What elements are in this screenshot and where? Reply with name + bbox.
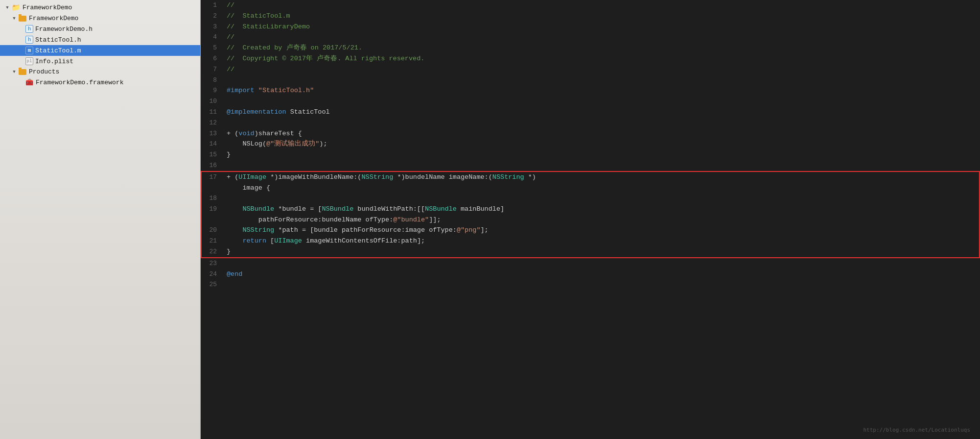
line-number: 11	[201, 107, 222, 118]
arrow-icon: ▼	[4, 4, 11, 11]
line-number: 7	[201, 64, 222, 75]
table-row: 12	[201, 118, 980, 128]
table-row: 3 // StaticLibraryDemo	[201, 22, 980, 32]
sidebar-item-statictool-m[interactable]: ▶ m StaticTool.m	[0, 45, 200, 56]
line-code: image {	[222, 183, 980, 194]
line-code: NSString *path = [bundle pathForResource…	[222, 225, 980, 236]
line-number: 22	[201, 246, 222, 258]
line-code: NSBundle *bundle = [NSBundle bundleWithP…	[222, 204, 980, 215]
table-row: 25	[201, 279, 980, 290]
table-row: 11 @implementation StaticTool	[201, 107, 980, 118]
line-number: 2	[201, 11, 222, 22]
line-number: 4	[201, 32, 222, 43]
sidebar-item-products-folder[interactable]: ▼ Products	[0, 67, 200, 77]
h-file-icon: h	[25, 25, 33, 33]
code-content: 1 // 2 // StaticTool.m 3 // StaticLibrar…	[201, 0, 980, 439]
folder-icon	[19, 16, 26, 22]
arrow-icon: ▼	[11, 15, 18, 22]
table-row: 1 //	[201, 0, 980, 11]
table-row-highlighted: 18	[201, 193, 980, 204]
table-row: 16	[201, 160, 980, 171]
table-row: 8	[201, 75, 980, 86]
line-code: NSLog(@"测试输出成功");	[222, 139, 980, 149]
line-number: 9	[201, 85, 222, 96]
line-code: //	[222, 64, 980, 75]
line-number: 16	[201, 160, 222, 171]
line-number: 24	[201, 269, 222, 280]
code-table: 1 // 2 // StaticTool.m 3 // StaticLibrar…	[201, 0, 980, 290]
table-row: 23	[201, 258, 980, 269]
line-code: }	[222, 149, 980, 160]
table-row: 6 // Copyright © 2017年 卢奇春. All rights r…	[201, 53, 980, 64]
line-number: 18	[201, 193, 222, 204]
line-code	[222, 75, 980, 86]
table-row: 5 // Created by 卢奇春 on 2017/5/21.	[201, 43, 980, 53]
sidebar-item-label: FrameworkDemo	[23, 4, 72, 11]
line-number: 19	[201, 204, 222, 215]
table-row-highlighted: pathForResource:bundelName ofType:@"bund…	[201, 215, 980, 225]
table-row: 14 NSLog(@"测试输出成功");	[201, 139, 980, 149]
m-file-icon: m	[25, 47, 33, 54]
line-number: 13	[201, 128, 222, 139]
table-row-highlighted: 19 NSBundle *bundle = [NSBundle bundleWi…	[201, 204, 980, 215]
sidebar-item-framework[interactable]: ▶ 🧰 FrameworkDemo.framework	[0, 77, 200, 88]
line-number: 17	[201, 171, 222, 183]
line-code: // StaticTool.m	[222, 11, 980, 22]
line-number: 21	[201, 236, 222, 246]
table-row-highlighted: 17 + (UIImage *)imageWithBundleName:(NSS…	[201, 171, 980, 183]
sidebar-item-label: StaticTool.h	[35, 36, 81, 44]
line-code: // Copyright © 2017年 卢奇春. All rights res…	[222, 53, 980, 64]
line-code	[222, 258, 980, 269]
line-code: //	[222, 32, 980, 43]
folder-icon	[19, 69, 26, 75]
line-code: #import "StaticTool.h"	[222, 85, 980, 96]
line-code	[222, 279, 980, 290]
sidebar-item-info-plist[interactable]: ▶ pl Info.plist	[0, 56, 200, 67]
table-row: 15 }	[201, 149, 980, 160]
table-row-highlighted: 21 return [UIImage imageWithContentsOfFi…	[201, 236, 980, 246]
line-number: 20	[201, 225, 222, 236]
line-number: 12	[201, 118, 222, 128]
sidebar-item-label: Products	[29, 68, 59, 75]
line-code: }	[222, 246, 980, 258]
line-number: 14	[201, 139, 222, 149]
line-number: 5	[201, 43, 222, 53]
line-code	[222, 118, 980, 128]
line-code: return [UIImage imageWithContentsOfFile:…	[222, 236, 980, 246]
sidebar-item-frameworkdemo-folder[interactable]: ▼ FrameworkDemo	[0, 13, 200, 24]
sidebar-item-label: StaticTool.m	[35, 47, 81, 54]
sidebar-item-frameworkdemo-h[interactable]: ▶ h FrameworkDemo.h	[0, 24, 200, 34]
table-row: 7 //	[201, 64, 980, 75]
sidebar-item-label: FrameworkDemo.framework	[36, 79, 123, 86]
sidebar-item-label: FrameworkDemo	[29, 15, 78, 22]
line-code: // Created by 卢奇春 on 2017/5/21.	[222, 43, 980, 53]
file-navigator: ▼ 📁 FrameworkDemo ▼ FrameworkDemo ▶ h Fr…	[0, 0, 201, 439]
table-row-highlighted: image {	[201, 183, 980, 194]
watermark: http://blog.csdn.net/Locationluqs	[863, 427, 970, 433]
line-number	[201, 215, 222, 225]
line-number: 8	[201, 75, 222, 86]
code-editor: 1 // 2 // StaticTool.m 3 // StaticLibrar…	[201, 0, 980, 439]
line-code: @implementation StaticTool	[222, 107, 980, 118]
line-number: 1	[201, 0, 222, 11]
sidebar-item-label: FrameworkDemo.h	[35, 25, 93, 33]
h-file-icon: h	[25, 36, 33, 44]
line-number	[201, 183, 222, 194]
table-row-highlighted: 22 }	[201, 246, 980, 258]
sidebar-item-statictool-h[interactable]: ▶ h StaticTool.h	[0, 34, 200, 45]
line-number: 6	[201, 53, 222, 64]
line-code	[222, 96, 980, 107]
sidebar-item-root[interactable]: ▼ 📁 FrameworkDemo	[0, 2, 200, 13]
line-code: @end	[222, 269, 980, 280]
table-row: 9 #import "StaticTool.h"	[201, 85, 980, 96]
line-number: 25	[201, 279, 222, 290]
sidebar-item-label: Info.plist	[35, 58, 73, 65]
line-number: 10	[201, 96, 222, 107]
line-code	[222, 193, 980, 204]
arrow-icon: ▼	[11, 69, 18, 75]
line-code: + (UIImage *)imageWithBundleName:(NSStri…	[222, 171, 980, 183]
table-row: 13 + (void)shareTest {	[201, 128, 980, 139]
table-row: 4 //	[201, 32, 980, 43]
line-code: // StaticLibraryDemo	[222, 22, 980, 32]
line-code	[222, 160, 980, 171]
